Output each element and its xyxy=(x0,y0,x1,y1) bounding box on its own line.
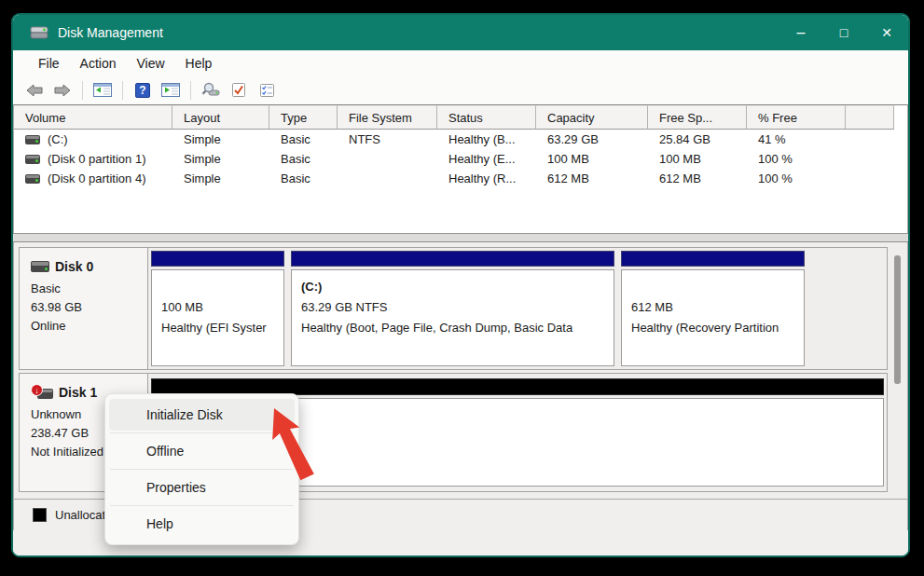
header-capacity[interactable]: Capacity xyxy=(536,105,648,130)
desktop-background: Disk Management – □ ✕ File Action View H… xyxy=(0,0,924,576)
toolbar-separator xyxy=(190,81,191,100)
partition-recovery[interactable]: 612 MB Healthy (Recovery Partition xyxy=(621,251,805,366)
volume-drive-icon xyxy=(25,135,40,144)
header-status[interactable]: Status xyxy=(437,105,536,130)
volume-list-header: Volume Layout Type File System Status Ca… xyxy=(14,105,907,130)
volume-row-c[interactable]: (C:) Simple Basic NTFS Healthy (B... 63.… xyxy=(14,130,907,149)
header-volume[interactable]: Volume xyxy=(14,105,172,130)
partition-color-band xyxy=(291,251,614,267)
disk0-partition-area: 100 MB Healthy (EFI Syster (C:) 63.29 GB… xyxy=(148,248,887,369)
disk0-row: Disk 0 Basic 63.98 GB Online 100 MB Heal… xyxy=(19,247,888,370)
header-free-space[interactable]: Free Sp... xyxy=(648,105,747,130)
header-empty xyxy=(846,105,894,130)
vertical-scrollbar[interactable] xyxy=(893,248,903,493)
menu-separator xyxy=(110,432,294,433)
header-pct-free[interactable]: % Free xyxy=(747,105,846,130)
volume-list: Volume Layout Type File System Status Ca… xyxy=(13,104,908,233)
menu-separator xyxy=(110,469,294,470)
partition-color-band xyxy=(621,251,805,267)
volume-drive-icon xyxy=(25,174,40,184)
toolbar: ? xyxy=(13,75,908,104)
volume-drive-icon xyxy=(25,155,40,164)
disk-management-icon xyxy=(30,25,48,40)
rescan-disks-icon[interactable] xyxy=(199,79,223,102)
menu-item-help[interactable]: Help xyxy=(109,508,295,540)
window-title: Disk Management xyxy=(58,25,163,40)
help-icon[interactable]: ? xyxy=(131,79,155,102)
menu-action[interactable]: Action xyxy=(70,50,127,75)
menu-help[interactable]: Help xyxy=(175,50,223,75)
view-options-icon[interactable] xyxy=(255,79,279,102)
toolbar-separator xyxy=(82,81,83,100)
disk0-label-panel[interactable]: Disk 0 Basic 63.98 GB Online xyxy=(20,248,148,369)
titlebar: Disk Management – □ ✕ xyxy=(13,15,908,50)
menu-item-offline[interactable]: Offline xyxy=(109,435,295,467)
check-disk-icon[interactable] xyxy=(227,79,251,102)
menu-view[interactable]: View xyxy=(126,50,174,75)
disk0-status: Online xyxy=(31,317,142,336)
menu-item-properties[interactable]: Properties xyxy=(109,472,295,503)
disk0-size: 63.98 GB xyxy=(31,298,142,317)
maximize-button[interactable]: □ xyxy=(822,15,865,50)
header-layout[interactable]: Layout xyxy=(172,105,269,130)
disk0-type: Basic xyxy=(31,280,142,298)
toolbar-separator xyxy=(122,81,123,100)
volume-row-partition4[interactable]: (Disk 0 partition 4) Simple Basic Health… xyxy=(14,169,907,188)
show-console-tree-icon[interactable] xyxy=(90,79,115,102)
disk-icon xyxy=(31,261,49,272)
back-icon[interactable] xyxy=(22,79,47,102)
partition-c[interactable]: (C:) 63.29 GB NTFS Healthy (Boot, Page F… xyxy=(291,251,614,366)
volume-row-partition1[interactable]: (Disk 0 partition 1) Simple Basic Health… xyxy=(14,149,907,169)
unallocated-swatch xyxy=(33,508,47,522)
close-button[interactable]: ✕ xyxy=(865,15,908,50)
menu-file[interactable]: File xyxy=(28,50,70,75)
header-file-system[interactable]: File System xyxy=(338,105,437,130)
menu-separator xyxy=(110,505,294,506)
forward-icon[interactable] xyxy=(50,79,75,102)
partition-efi[interactable]: 100 MB Healthy (EFI Syster xyxy=(151,251,284,366)
scrollbar-thumb[interactable] xyxy=(894,255,901,384)
disk1-context-menu: Initialize Disk Offline Properties Help xyxy=(104,393,299,545)
show-action-pane-icon[interactable] xyxy=(159,79,183,102)
pane-splitter[interactable] xyxy=(13,233,908,242)
partition-color-band xyxy=(151,251,284,267)
header-type[interactable]: Type xyxy=(269,105,338,130)
minimize-button[interactable]: – xyxy=(779,15,822,50)
menu-item-initialize-disk[interactable]: Initialize Disk xyxy=(109,399,295,431)
menubar: File Action View Help xyxy=(13,50,908,75)
disk-error-icon: ↓ xyxy=(31,386,53,399)
